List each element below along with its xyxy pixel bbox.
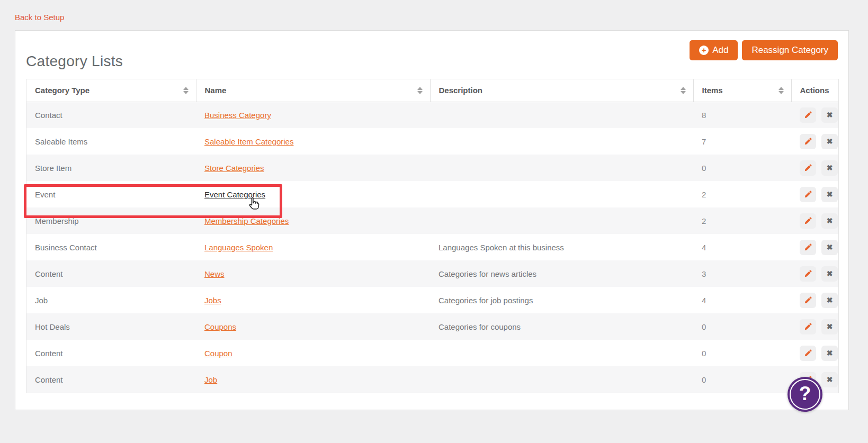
- add-button-label: Add: [712, 45, 728, 56]
- description-cell: [430, 181, 693, 207]
- delete-button[interactable]: ✖: [821, 134, 838, 149]
- actions-cell: ✖: [791, 128, 838, 155]
- actions-cell: ✖: [791, 313, 838, 340]
- pencil-icon: [804, 191, 812, 198]
- delete-button[interactable]: ✖: [821, 160, 838, 176]
- delete-button[interactable]: ✖: [821, 107, 838, 123]
- delete-button[interactable]: ✖: [821, 372, 838, 387]
- sort-icon[interactable]: [417, 87, 423, 94]
- pencil-icon: [804, 243, 812, 251]
- category-name-link[interactable]: Saleable Item Categories: [204, 137, 293, 146]
- name-cell: Languages Spoken: [196, 234, 430, 260]
- category-type-cell: Store Item: [26, 155, 196, 181]
- category-type-cell: Job: [26, 287, 196, 313]
- edit-button[interactable]: [800, 107, 816, 123]
- delete-button[interactable]: ✖: [821, 213, 838, 229]
- description-cell: [430, 366, 693, 393]
- column-header-items[interactable]: Items: [693, 79, 791, 102]
- category-name-link[interactable]: Coupon: [204, 349, 232, 358]
- edit-button[interactable]: [800, 319, 816, 334]
- pencil-icon: [804, 323, 812, 331]
- category-name-link[interactable]: Coupons: [204, 322, 236, 331]
- help-button[interactable]: ?: [788, 377, 822, 412]
- category-type-cell: Saleable Items: [26, 128, 196, 155]
- pencil-icon: [804, 164, 812, 172]
- edit-button[interactable]: [800, 266, 816, 282]
- description-cell: Categories for news articles: [430, 260, 693, 287]
- back-to-setup-link[interactable]: Back to Setup: [15, 13, 64, 22]
- category-type-cell: Business Contact: [26, 234, 196, 260]
- table-row: Content Coupon 0 ✖: [26, 340, 838, 366]
- toolbar: + Add Reassign Category: [690, 40, 838, 60]
- add-button[interactable]: + Add: [690, 40, 738, 60]
- sort-icon[interactable]: [681, 87, 686, 94]
- x-icon: ✖: [827, 243, 833, 251]
- category-name-link[interactable]: Event Categories: [204, 190, 265, 199]
- x-icon: ✖: [827, 323, 833, 330]
- pencil-icon: [804, 349, 812, 357]
- category-name-link[interactable]: Store Categories: [204, 164, 264, 173]
- delete-button[interactable]: ✖: [821, 187, 838, 202]
- name-cell: Coupons: [196, 313, 430, 340]
- sort-icon[interactable]: [183, 87, 189, 94]
- category-name-link[interactable]: News: [204, 269, 225, 278]
- column-header-label: Description: [439, 86, 483, 95]
- category-name-link[interactable]: Languages Spoken: [204, 243, 273, 252]
- actions-cell: ✖: [791, 234, 838, 260]
- description-cell: [430, 102, 693, 128]
- items-count-cell: 0: [693, 155, 791, 181]
- name-cell: Jobs: [196, 287, 430, 313]
- items-count-cell: 4: [693, 234, 791, 260]
- category-name-link[interactable]: Membership Categories: [204, 216, 289, 225]
- table-row: Business Contact Languages Spoken Langua…: [26, 234, 838, 260]
- description-cell: [430, 155, 693, 181]
- table-row: Content Job 0 ✖: [26, 366, 838, 393]
- column-header-name[interactable]: Name: [196, 79, 430, 102]
- delete-button[interactable]: ✖: [821, 293, 838, 308]
- card-header: Category Lists + Add Reassign Category: [15, 31, 848, 79]
- edit-button[interactable]: [800, 134, 816, 149]
- category-name-link[interactable]: Business Category: [204, 111, 271, 120]
- reassign-category-button[interactable]: Reassign Category: [742, 40, 838, 60]
- table-row: Hot Deals Coupons Categories for coupons…: [26, 313, 838, 340]
- category-type-cell: Event: [26, 181, 196, 207]
- table-row: Store Item Store Categories 0 ✖: [26, 155, 838, 181]
- sort-icon[interactable]: [778, 87, 784, 94]
- items-count-cell: 0: [693, 313, 791, 340]
- description-cell: Categories for job postings: [430, 287, 693, 313]
- edit-button[interactable]: [800, 160, 816, 176]
- description-cell: [430, 340, 693, 366]
- items-count-cell: 0: [693, 340, 791, 366]
- edit-button[interactable]: [800, 293, 816, 308]
- column-header-description[interactable]: Description: [430, 79, 693, 102]
- edit-button[interactable]: [800, 346, 816, 361]
- actions-cell: ✖: [791, 340, 838, 366]
- column-header-label: Actions: [800, 86, 829, 95]
- category-type-cell: Contact: [26, 102, 196, 128]
- edit-button[interactable]: [800, 213, 816, 229]
- category-type-cell: Content: [26, 260, 196, 287]
- x-icon: ✖: [827, 138, 833, 145]
- delete-button[interactable]: ✖: [821, 240, 838, 255]
- column-header-category-type[interactable]: Category Type: [26, 79, 196, 102]
- category-name-link[interactable]: Job: [204, 375, 217, 384]
- table-row: Saleable Items Saleable Item Categories …: [26, 128, 838, 155]
- table-row: Event Event Categories 2 ✖: [26, 181, 838, 207]
- category-name-link[interactable]: Jobs: [204, 296, 221, 305]
- actions-cell: ✖: [791, 260, 838, 287]
- category-type-cell: Membership: [26, 207, 196, 234]
- name-cell: Event Categories: [196, 181, 430, 207]
- table-row: Membership Membership Categories 2 ✖: [26, 207, 838, 234]
- name-cell: Saleable Item Categories: [196, 128, 430, 155]
- edit-button[interactable]: [800, 187, 816, 202]
- pencil-icon: [804, 296, 812, 304]
- delete-button[interactable]: ✖: [821, 266, 838, 282]
- category-type-cell: Hot Deals: [26, 313, 196, 340]
- delete-button[interactable]: ✖: [821, 319, 838, 334]
- x-icon: ✖: [827, 270, 833, 277]
- category-type-cell: Content: [26, 340, 196, 366]
- edit-button[interactable]: [800, 240, 816, 255]
- delete-button[interactable]: ✖: [821, 346, 838, 361]
- name-cell: Job: [196, 366, 430, 393]
- reassign-button-label: Reassign Category: [751, 45, 828, 56]
